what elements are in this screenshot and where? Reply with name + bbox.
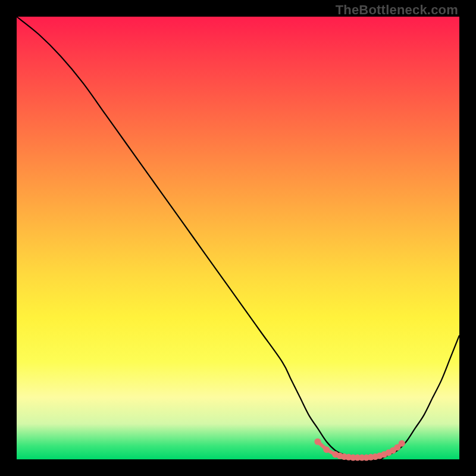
bottleneck-curve-line [17,17,459,460]
bottleneck-curve-svg [17,17,459,459]
optimal-range-marker [323,446,330,453]
watermark-text: TheBottleneck.com [336,2,458,18]
optimal-range-marker [314,439,321,445]
optimal-range-marker [399,440,405,447]
chart-frame: TheBottleneck.com [0,0,476,476]
optimal-range-markers [314,439,405,461]
plot-area [17,17,459,459]
